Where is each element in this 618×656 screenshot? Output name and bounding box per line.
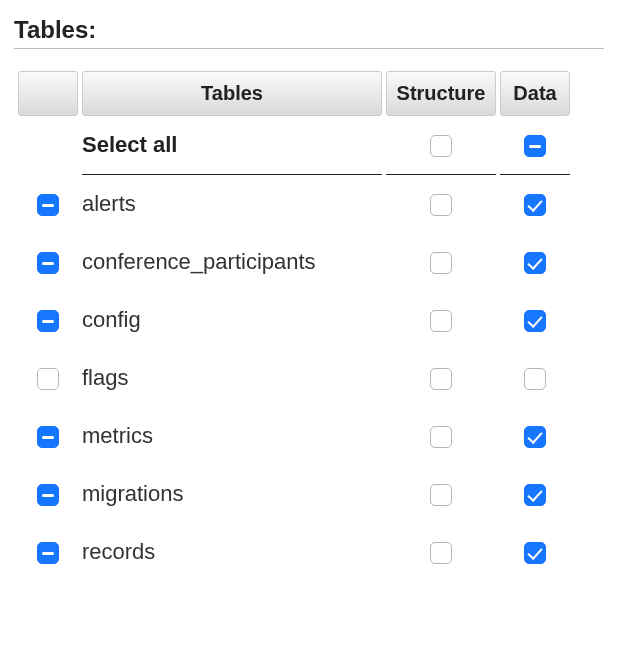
row-toggle-checkbox[interactable] <box>37 426 59 448</box>
row-table-name: alerts <box>82 175 382 233</box>
row-toggle-checkbox[interactable] <box>37 194 59 216</box>
table-header-row: Tables Structure Data <box>18 71 570 116</box>
row-structure-checkbox[interactable] <box>430 426 452 448</box>
row-toggle-checkbox[interactable] <box>37 252 59 274</box>
select-all-label: Select all <box>82 116 382 174</box>
row-structure-checkbox[interactable] <box>430 484 452 506</box>
select-all-data-checkbox[interactable] <box>524 135 546 157</box>
row-table-name: flags <box>82 349 382 407</box>
row-structure-checkbox[interactable] <box>430 368 452 390</box>
row-toggle-checkbox[interactable] <box>37 542 59 564</box>
row-table-name: records <box>82 523 382 581</box>
tables-panel: Tables: Tables Structure Data Select all <box>0 0 618 599</box>
row-table-name: config <box>82 291 382 349</box>
row-table-name: metrics <box>82 407 382 465</box>
table-row: config <box>18 291 570 349</box>
tables-table: Tables Structure Data Select all alertsc… <box>14 71 574 581</box>
tables-heading: Tables: <box>14 16 604 44</box>
table-row: records <box>18 523 570 581</box>
row-data-checkbox[interactable] <box>524 542 546 564</box>
row-data-checkbox[interactable] <box>524 194 546 216</box>
table-row: flags <box>18 349 570 407</box>
col-header-data: Data <box>500 71 570 116</box>
row-data-checkbox[interactable] <box>524 484 546 506</box>
row-data-checkbox[interactable] <box>524 310 546 332</box>
col-header-structure: Structure <box>386 71 496 116</box>
row-structure-checkbox[interactable] <box>430 542 452 564</box>
col-header-toggle <box>18 71 78 116</box>
table-row: conference_participants <box>18 233 570 291</box>
row-table-name: conference_participants <box>82 233 382 291</box>
select-all-row: Select all <box>18 116 570 174</box>
row-toggle-checkbox[interactable] <box>37 484 59 506</box>
row-structure-checkbox[interactable] <box>430 310 452 332</box>
row-table-name: migrations <box>82 465 382 523</box>
row-structure-checkbox[interactable] <box>430 252 452 274</box>
row-structure-checkbox[interactable] <box>430 194 452 216</box>
row-data-checkbox[interactable] <box>524 426 546 448</box>
table-row: migrations <box>18 465 570 523</box>
row-data-checkbox[interactable] <box>524 252 546 274</box>
table-row: metrics <box>18 407 570 465</box>
table-row: alerts <box>18 175 570 233</box>
col-header-tables: Tables <box>82 71 382 116</box>
select-all-structure-checkbox[interactable] <box>430 135 452 157</box>
heading-divider <box>14 48 604 49</box>
row-toggle-checkbox[interactable] <box>37 368 59 390</box>
row-data-checkbox[interactable] <box>524 368 546 390</box>
row-toggle-checkbox[interactable] <box>37 310 59 332</box>
select-all-toggle-cell <box>18 116 78 174</box>
